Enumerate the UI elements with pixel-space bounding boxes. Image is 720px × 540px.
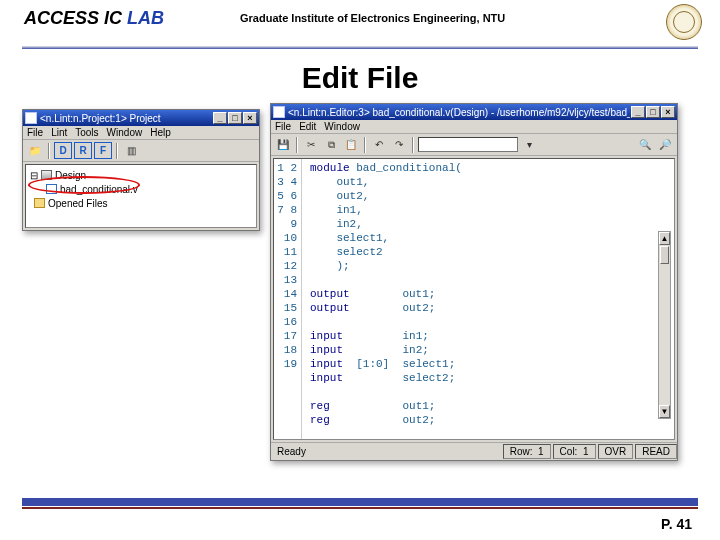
menu-file[interactable]: File (275, 121, 291, 132)
editor-menubar: File Edit Window (271, 120, 677, 134)
code-area[interactable]: module bad_conditional( out1, out2, in1,… (302, 159, 674, 439)
editor-window: <n.Lint:n.Editor:3> bad_conditional.v(De… (270, 103, 678, 461)
folder-icon (34, 198, 45, 208)
editor-toolbar: 💾 ✂ ⧉ 📋 ↶ ↷ ▾ 🔍 🔎 (271, 134, 677, 156)
copy-icon[interactable]: ⧉ (322, 136, 340, 153)
status-read: READ (635, 444, 677, 459)
vertical-scrollbar[interactable]: ▲ ▼ (658, 231, 671, 419)
tool-r-button[interactable]: R (74, 142, 92, 159)
maximize-button[interactable]: □ (646, 106, 660, 118)
tool-f-button[interactable]: F (94, 142, 112, 159)
tool-d-button[interactable]: D (54, 142, 72, 159)
ntu-logo-icon (666, 4, 702, 40)
menu-window[interactable]: Window (324, 121, 360, 132)
menu-help[interactable]: Help (150, 127, 171, 138)
footer-bar (22, 498, 698, 506)
project-toolbar: 📁 D R F ▥ (23, 140, 259, 162)
cut-icon[interactable]: ✂ (302, 136, 320, 153)
menu-file[interactable]: File (27, 127, 43, 138)
editor-window-title: <n.Lint:n.Editor:3> bad_conditional.v(De… (288, 107, 630, 118)
maximize-button[interactable]: □ (228, 112, 242, 124)
institute-label: Graduate Institute of Electronics Engine… (240, 12, 505, 24)
status-col: Col: 1 (553, 444, 596, 459)
tree-opened-files[interactable]: Opened Files (30, 196, 252, 210)
menu-edit[interactable]: Edit (299, 121, 316, 132)
minimize-button[interactable]: _ (631, 106, 645, 118)
lab-title-prefix: ACCESS IC (24, 8, 127, 28)
tree-root[interactable]: ⊟ Design (30, 168, 252, 182)
lab-title-suffix: LAB (127, 8, 164, 28)
status-ovr: OVR (598, 444, 634, 459)
find-icon[interactable]: 🔍 (636, 136, 654, 153)
project-window-title: <n.Lint:n.Project:1> Project (40, 113, 212, 124)
minimize-button[interactable]: _ (213, 112, 227, 124)
search-input[interactable] (418, 137, 518, 152)
status-ready: Ready (271, 446, 501, 457)
verilog-file-icon (46, 184, 57, 194)
editor-window-icon (273, 106, 285, 118)
redo-icon[interactable]: ↷ (390, 136, 408, 153)
toolbar-separator (412, 137, 414, 153)
project-window: <n.Lint:n.Project:1> Project _ □ × File … (22, 109, 260, 231)
project-tree[interactable]: ⊟ Design bad_conditional.v Opened Files (25, 164, 257, 228)
toolbar-separator (296, 137, 298, 153)
tree-root-label: Design (55, 170, 86, 181)
close-button[interactable]: × (243, 112, 257, 124)
tool-folder-icon[interactable]: 📁 (26, 142, 44, 159)
scroll-thumb[interactable] (660, 246, 669, 264)
search-dropdown-icon[interactable]: ▾ (520, 136, 538, 153)
menu-lint[interactable]: Lint (51, 127, 67, 138)
editor-titlebar[interactable]: <n.Lint:n.Editor:3> bad_conditional.v(De… (271, 104, 677, 120)
scroll-up-icon[interactable]: ▲ (659, 232, 670, 245)
header-divider (22, 46, 698, 49)
status-row: Row: 1 (503, 444, 551, 459)
line-gutter: 1 2 3 4 5 6 7 8 9 10 11 12 13 14 15 16 1… (274, 159, 302, 439)
project-titlebar[interactable]: <n.Lint:n.Project:1> Project _ □ × (23, 110, 259, 126)
menu-window[interactable]: Window (107, 127, 143, 138)
scroll-down-icon[interactable]: ▼ (659, 405, 670, 418)
toolbar-separator (364, 137, 366, 153)
undo-icon[interactable]: ↶ (370, 136, 388, 153)
toolbar-separator (48, 143, 50, 159)
editor-statusbar: Ready Row: 1 Col: 1 OVR READ (271, 442, 677, 460)
paste-icon[interactable]: 📋 (342, 136, 360, 153)
tool-page-icon[interactable]: ▥ (122, 142, 140, 159)
project-menubar: File Lint Tools Window Help (23, 126, 259, 140)
disk-icon (41, 170, 52, 180)
find-next-icon[interactable]: 🔎 (656, 136, 674, 153)
code-editor[interactable]: 1 2 3 4 5 6 7 8 9 10 11 12 13 14 15 16 1… (273, 158, 675, 440)
close-button[interactable]: × (661, 106, 675, 118)
project-window-icon (25, 112, 37, 124)
tree-file-label: bad_conditional.v (60, 184, 138, 195)
toolbar-separator (116, 143, 118, 159)
tree-opened-label: Opened Files (48, 198, 107, 209)
save-icon[interactable]: 💾 (274, 136, 292, 153)
footer-bar-accent (22, 507, 698, 509)
tree-file[interactable]: bad_conditional.v (30, 182, 252, 196)
page-title: Edit File (0, 61, 720, 95)
menu-tools[interactable]: Tools (75, 127, 98, 138)
page-number: P. 41 (661, 516, 692, 532)
